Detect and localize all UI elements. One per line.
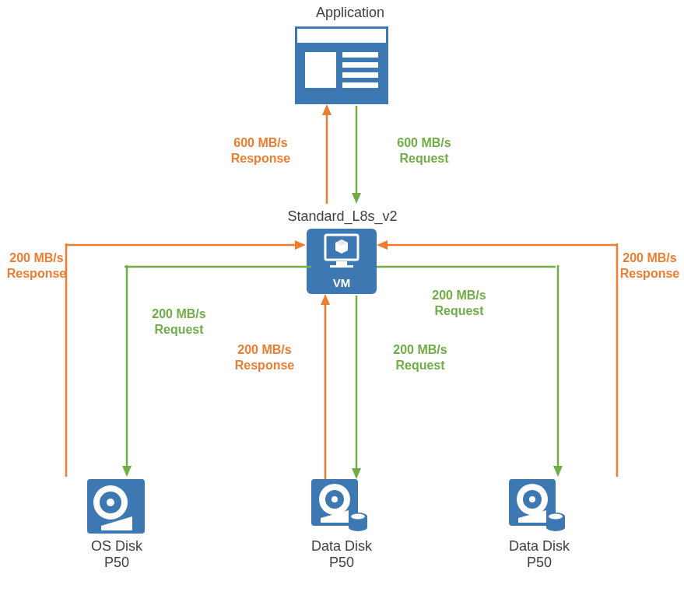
vm-icon: VM [307, 229, 377, 294]
arrow-os-request-h [125, 261, 311, 272]
svg-rect-5 [336, 261, 347, 265]
d1-response-label: 200 MB/s Response [226, 342, 303, 373]
vm-badge: VM [307, 276, 377, 289]
os-disk-label: OS Disk P50 [78, 538, 156, 571]
svg-marker-8 [295, 240, 306, 250]
svg-point-41 [546, 523, 565, 531]
data-disk-1-icon [310, 478, 370, 535]
svg-rect-6 [330, 265, 353, 268]
arrow-d1-response [317, 294, 333, 481]
svg-point-26 [107, 499, 114, 506]
svg-marker-1 [322, 104, 331, 115]
svg-point-30 [331, 496, 338, 502]
application-title: Application [280, 5, 420, 21]
svg-marker-3 [352, 193, 361, 204]
d2-request-label: 200 MB/s Request [420, 288, 498, 319]
svg-point-34 [351, 514, 365, 520]
arrow-os-response-h [66, 237, 315, 253]
svg-marker-22 [553, 466, 563, 477]
arrow-d2-response-h [377, 237, 626, 253]
svg-marker-14 [321, 294, 330, 305]
vm-title: Standard_L8s_v2 [280, 208, 405, 225]
data-disk-2-label: Data Disk P50 [496, 538, 582, 571]
app-request-label: 600 MB/s Request [381, 135, 467, 166]
os-response-label: 200 MB/s Response [2, 250, 72, 282]
application-icon [295, 26, 388, 104]
arrow-d2-request-h [377, 261, 556, 272]
svg-point-38 [529, 496, 535, 502]
d2-response-label: 200 MB/s Response [615, 250, 684, 282]
svg-marker-12 [122, 466, 132, 477]
svg-marker-18 [377, 240, 388, 250]
os-disk-icon [86, 478, 146, 535]
monitor-cube-icon [307, 229, 377, 274]
data-disk-2-icon [507, 478, 568, 535]
app-response-label: 600 MB/s Response [218, 135, 303, 166]
svg-point-42 [549, 514, 563, 520]
arrow-d2-request-v [550, 265, 566, 479]
arrow-app-request [349, 104, 364, 205]
arrow-os-request-v [119, 265, 135, 479]
arrow-app-response [319, 104, 335, 205]
data-disk-1-label: Data Disk P50 [299, 538, 384, 571]
os-request-label: 200 MB/s Request [144, 306, 214, 338]
svg-point-33 [349, 523, 367, 531]
diagram-canvas: Application 600 MB/s Response 600 MB/s R… [0, 0, 684, 616]
arrow-d1-request [349, 294, 364, 481]
d1-request-label: 200 MB/s Request [381, 342, 459, 373]
